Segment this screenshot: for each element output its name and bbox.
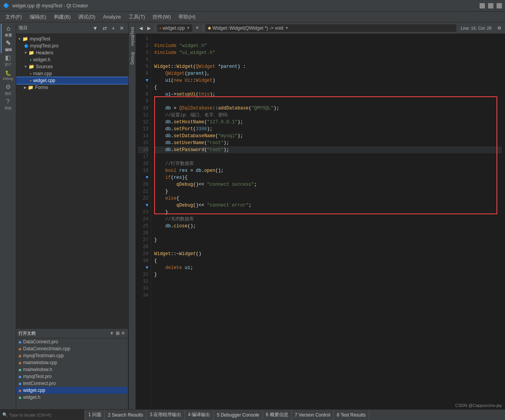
chevron-down-icon: ▼ — [24, 65, 27, 69]
menu-file[interactable]: 文件(F) — [2, 12, 26, 22]
status-tab-problems[interactable]: 1 问题 — [85, 410, 105, 420]
add-button[interactable]: + — [110, 24, 117, 32]
menu-edit[interactable]: 编辑(E) — [26, 12, 50, 22]
editor-toolbar: ◀ ▶ ▪ widget.cpp ▼ ✕ ◆ Widget::Widget(QW… — [136, 22, 505, 34]
folder-icon: 📁 — [29, 50, 34, 55]
menubar: 文件(F) 编辑(E) 构建(B) 调试(D) Analyze 工具(T) 控件… — [0, 12, 505, 22]
list-item[interactable]: ◆mainwindow.h — [16, 366, 128, 373]
statusbar: 🔍 1 问题 2 Search Results 3 应用程序输出 4 编译输出 … — [0, 409, 505, 420]
chevron-right-icon: ▶ — [24, 86, 27, 89]
titlebar: 🔷 widget.cpp @ mysqlTest - Qt Creator — [0, 0, 505, 12]
status-tab-summary[interactable]: 6 概要信息 — [263, 410, 292, 420]
close-tab-button[interactable]: ✕ — [194, 25, 201, 31]
edit-icon: ✎ — [6, 39, 11, 47]
code-content-wrapper[interactable]: #include "widget.h" #include "ui_widget.… — [151, 34, 505, 409]
status-tabs: 1 问题 2 Search Results 3 应用程序输出 4 编译输出 5 … — [85, 410, 505, 420]
back-button[interactable]: ◀ — [137, 25, 145, 32]
status-tab-test[interactable]: 8 Test Results — [334, 410, 369, 420]
settings-button[interactable]: ⚙ — [495, 25, 503, 32]
titlebar-title: widget.cpp @ mysqlTest - Qt Creator — [12, 3, 480, 8]
locate-input[interactable] — [9, 413, 82, 417]
cpp-icon: ▪ — [160, 26, 161, 30]
menu-controls[interactable]: 控件(W) — [149, 12, 175, 22]
session-mysqltest[interactable]: mysqlTest — [129, 25, 135, 47]
file-selector[interactable]: ▪ widget.cpp ▼ — [157, 24, 193, 32]
doc-icon: ◆ — [19, 388, 22, 393]
session-labels: mysqlTest Debug — [129, 22, 136, 409]
status-tab-vcs[interactable]: 7 Version Control — [292, 410, 334, 420]
list-item[interactable]: 🔷 mysqlTest.pro — [16, 42, 128, 49]
minimize-button[interactable] — [480, 3, 485, 8]
status-tab-debugger[interactable]: 5 Debugger Console — [214, 410, 263, 420]
list-item[interactable]: ◆widget.h — [16, 394, 128, 401]
open-docs-header: 打开文档 ▼ ⊞ ✕ — [16, 328, 128, 338]
tree-root[interactable]: ▼ 📁 mysqlTest — [16, 35, 128, 42]
chevron-down-icon: ▼ — [24, 51, 27, 55]
sync-button[interactable]: ⇄ — [101, 24, 109, 32]
chevron-down-icon: ▼ — [18, 37, 21, 41]
filter-button[interactable]: ▼ — [91, 24, 100, 32]
list-item[interactable]: ◆mysqlTest.pro — [16, 373, 128, 380]
list-item[interactable]: ▪ main.cpp — [16, 70, 128, 77]
status-tab-appoutput[interactable]: 3 应用程序输出 — [146, 410, 185, 420]
doc-icon: ◆ — [19, 361, 22, 365]
status-tab-compile[interactable]: 4 编译输出 — [185, 410, 214, 420]
project-file-tree[interactable]: ▼ 📁 mysqlTest 🔷 mysqlTest.pro ▼ 📁 Header… — [16, 34, 128, 327]
chevron-down-icon: ▼ — [285, 26, 289, 30]
tree-file-label: main.cpp — [33, 71, 52, 76]
sidebar-item-design[interactable]: ◧ 设计 — [1, 53, 15, 68]
list-item[interactable]: ▼ 📁 Headers — [16, 49, 128, 56]
function-icon: ◆ — [208, 25, 211, 30]
open-docs-options-button[interactable]: ▼ — [109, 331, 115, 336]
tree-folder-label: Forms — [35, 85, 48, 90]
tree-file-label: widget.cpp — [33, 78, 55, 83]
doc-icon: ◆ — [19, 347, 22, 351]
list-item[interactable]: ◆mysqlTest/main.cpp — [16, 352, 128, 359]
doc-icon: ◆ — [19, 354, 22, 358]
line-numbers: 12345 6▼789 1011121314 15161718 19▼2021 … — [136, 34, 151, 409]
search-icon: 🔍 — [2, 412, 8, 417]
list-item[interactable]: ◆DataConnect/main.cpp — [16, 345, 128, 352]
cpp-file-icon: ▪ — [30, 71, 32, 76]
editor-area: ◀ ▶ ▪ widget.cpp ▼ ✕ ◆ Widget::Widget(QW… — [136, 22, 505, 409]
help-icon: ? — [6, 98, 10, 105]
menu-tools[interactable]: 工具(T) — [125, 12, 149, 22]
sidebar-item-welcome[interactable]: ⌂ 欢迎 — [1, 24, 15, 39]
open-docs-close-button[interactable]: ✕ — [120, 331, 126, 336]
list-item[interactable]: ▪ widget.h — [16, 56, 128, 63]
locate-input-wrapper[interactable]: 🔍 — [0, 410, 85, 420]
maximize-button[interactable] — [488, 3, 493, 8]
list-item[interactable]: ▼ 📁 Sources — [16, 63, 128, 70]
list-item[interactable]: ◆mainwindow.cpp — [16, 359, 128, 366]
folder-icon: 📁 — [28, 85, 34, 90]
function-selector[interactable]: ◆ Widget::Widget(QWidget *) -> void ▼ — [205, 24, 457, 32]
chevron-down-icon: ▼ — [186, 26, 190, 30]
sidebar-item-help[interactable]: ? 帮助 — [1, 97, 15, 112]
sidebar-item-edit[interactable]: ✎ 编辑 — [1, 39, 15, 53]
open-docs-list[interactable]: ◆DataConnect.pro ◆DataConnect/main.cpp ◆… — [16, 338, 128, 409]
menu-debug[interactable]: 调试(D) — [74, 12, 99, 22]
status-tab-search[interactable]: 2 Search Results — [105, 410, 146, 420]
open-docs-split-button[interactable]: ⊞ — [115, 331, 120, 336]
list-item[interactable]: ◆widget.cpp — [16, 387, 128, 394]
code-editor[interactable]: 12345 6▼789 1011121314 15161718 19▼2021 … — [136, 34, 505, 409]
session-debug[interactable]: Debug — [129, 50, 135, 66]
code-content[interactable]: #include "widget.h" #include "ui_widget.… — [151, 34, 505, 280]
list-item[interactable]: ▶ 📁 Forms — [16, 84, 128, 91]
debug-icon: 🐛 — [5, 70, 11, 76]
menu-build[interactable]: 构建(B) — [50, 12, 74, 22]
list-item[interactable]: ◆testConnect.pro — [16, 380, 128, 387]
forward-button[interactable]: ▶ — [145, 25, 153, 32]
menu-help[interactable]: 帮助(H) — [175, 12, 199, 22]
project-icon: ⚙ — [5, 83, 11, 91]
open-docs-panel: 打开文档 ▼ ⊞ ✕ ◆DataConnect.pro ◆DataConnect… — [16, 328, 128, 409]
close-button[interactable] — [497, 3, 502, 8]
tree-sources-label: Sources — [36, 64, 53, 69]
sidebar-item-debug[interactable]: 🐛 Debug — [1, 68, 15, 82]
list-item[interactable]: ◆DataConnect.pro — [16, 338, 128, 345]
project-toolbar: 项目 ▼ ⇄ + ✕ — [16, 22, 128, 34]
close-panel-button[interactable]: ✕ — [118, 24, 126, 32]
list-item[interactable]: ▪ widget.cpp — [16, 77, 128, 84]
menu-analyze[interactable]: Analyze — [99, 12, 125, 21]
sidebar-item-project[interactable]: ⚙ 项目 — [1, 82, 15, 97]
